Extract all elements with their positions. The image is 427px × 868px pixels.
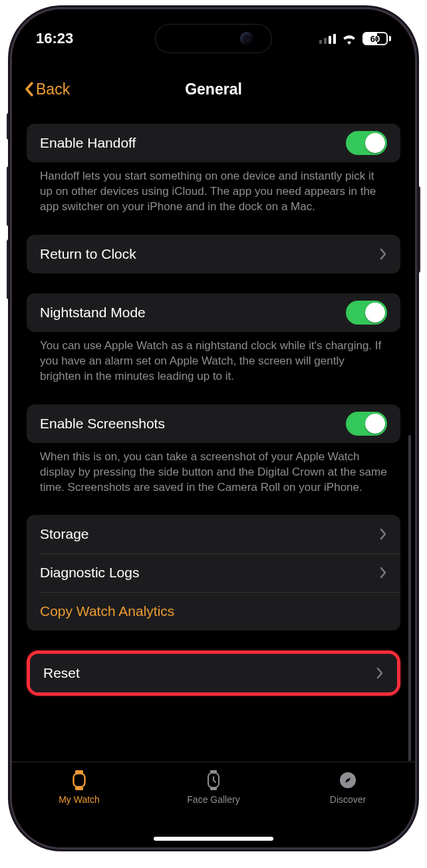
chevron-right-icon bbox=[379, 248, 387, 260]
reset-row[interactable]: Reset bbox=[30, 654, 397, 692]
enable-handoff-toggle[interactable] bbox=[346, 131, 387, 155]
phone-frame: 16:23 60 Back General bbox=[12, 9, 415, 847]
nightstand-mode-toggle[interactable] bbox=[346, 301, 387, 325]
tab-discover[interactable]: Discover bbox=[281, 769, 415, 847]
nightstand-mode-label: Nightstand Mode bbox=[40, 305, 346, 321]
wifi-icon bbox=[341, 33, 357, 45]
power-button bbox=[416, 186, 420, 273]
reset-label: Reset bbox=[43, 665, 376, 681]
tab-face-gallery[interactable]: Face Gallery bbox=[146, 769, 281, 847]
nightstand-mode-row[interactable]: Nightstand Mode bbox=[27, 293, 400, 332]
diagnostic-logs-row[interactable]: Diagnostic Logs bbox=[27, 553, 400, 592]
diagnostic-logs-label: Diagnostic Logs bbox=[40, 565, 379, 581]
storage-row[interactable]: Storage bbox=[27, 515, 400, 553]
chevron-right-icon bbox=[376, 667, 384, 679]
tab-bar: My Watch Face Gallery bbox=[12, 762, 415, 847]
return-to-clock-row[interactable]: Return to Clock bbox=[27, 235, 400, 273]
back-button[interactable]: Back bbox=[24, 80, 70, 98]
back-label: Back bbox=[36, 80, 70, 98]
compass-icon bbox=[338, 769, 358, 792]
watch-icon bbox=[70, 769, 88, 792]
battery-level: 60 bbox=[370, 34, 380, 44]
copy-watch-analytics-row[interactable]: Copy Watch Analytics bbox=[27, 592, 400, 631]
mute-switch bbox=[7, 113, 11, 140]
enable-handoff-description: Handoff lets you start something on one … bbox=[27, 162, 400, 215]
volume-up-button bbox=[7, 166, 11, 226]
page-title: General bbox=[185, 80, 242, 98]
tab-discover-label: Discover bbox=[330, 794, 366, 805]
chevron-left-icon bbox=[24, 81, 35, 97]
reset-highlight: Reset bbox=[27, 651, 400, 696]
tab-face-gallery-label: Face Gallery bbox=[187, 794, 239, 805]
watch-face-icon bbox=[204, 769, 223, 792]
copy-watch-analytics-label: Copy Watch Analytics bbox=[40, 603, 387, 619]
nav-bar: Back General bbox=[12, 71, 415, 108]
tab-my-watch[interactable]: My Watch bbox=[12, 769, 146, 847]
storage-label: Storage bbox=[40, 526, 379, 542]
home-indicator[interactable] bbox=[154, 837, 273, 841]
status-time: 16:23 bbox=[36, 30, 73, 47]
tab-my-watch-label: My Watch bbox=[59, 794, 100, 805]
status-bar: 16:23 60 bbox=[12, 9, 415, 56]
scroll-indicator bbox=[408, 435, 411, 761]
chevron-right-icon bbox=[379, 528, 387, 540]
enable-screenshots-row[interactable]: Enable Screenshots bbox=[27, 404, 400, 443]
battery-indicator: 60 bbox=[362, 32, 391, 45]
chevron-right-icon bbox=[379, 567, 387, 579]
enable-handoff-label: Enable Handoff bbox=[40, 135, 346, 151]
enable-screenshots-description: When this is on, you can take a screensh… bbox=[27, 443, 400, 496]
nightstand-mode-description: You can use Apple Watch as a nightstand … bbox=[27, 332, 400, 384]
enable-screenshots-toggle[interactable] bbox=[346, 412, 387, 436]
svg-rect-2 bbox=[74, 774, 85, 787]
enable-handoff-row[interactable]: Enable Handoff bbox=[27, 124, 400, 162]
enable-screenshots-label: Enable Screenshots bbox=[40, 416, 346, 432]
return-to-clock-label: Return to Clock bbox=[40, 246, 379, 262]
cellular-signal-icon bbox=[319, 33, 336, 44]
volume-down-button bbox=[7, 239, 11, 299]
settings-content: Enable Handoff Handoff lets you start so… bbox=[12, 116, 415, 761]
